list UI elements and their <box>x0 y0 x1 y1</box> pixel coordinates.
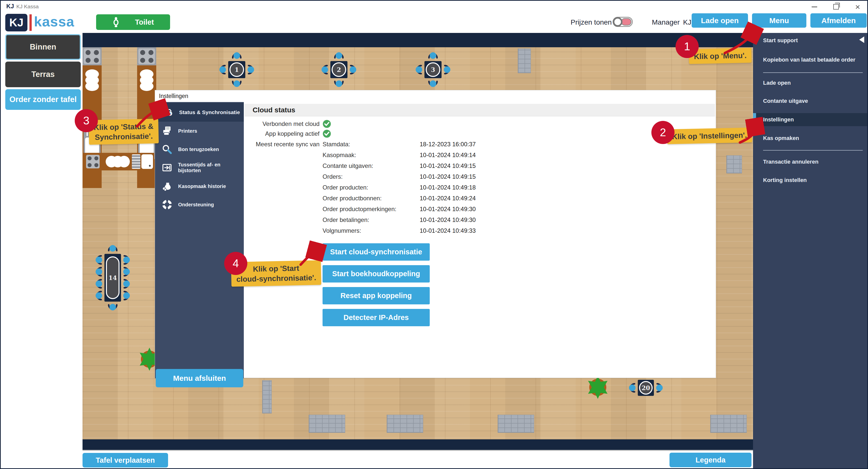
app-icon: KJ <box>6 3 14 10</box>
table-20[interactable]: 20 <box>638 380 654 396</box>
nav-item-tussentijds-af-en-bijstorten[interactable]: Tussentijds af- en bijstorten <box>155 160 244 176</box>
chair-icon <box>107 301 119 313</box>
detect-ip-button[interactable]: Detecteer IP-Adres <box>322 309 430 326</box>
chair-icon <box>231 78 243 89</box>
sync-row-label: Order betalingen: <box>322 216 418 224</box>
move-table-button[interactable]: Tafel verplaatsen <box>83 453 168 468</box>
menu-button[interactable]: Menu <box>752 13 806 28</box>
table-number: 3 <box>431 66 435 73</box>
logout-button[interactable]: Afmelden <box>810 13 867 28</box>
chair-icon <box>121 290 132 301</box>
menu-item-contante-uitgave[interactable]: Contante uitgave <box>763 98 808 104</box>
chair-icon <box>217 64 229 75</box>
nav-item-status-synchronisatie[interactable]: Status & Synchronisatie <box>155 103 244 122</box>
order-without-table-button[interactable]: Order zonder tafel <box>5 89 81 110</box>
chair-icon <box>93 278 105 290</box>
chair-icon <box>441 64 453 75</box>
table-number: 1 <box>235 66 239 73</box>
logo-name: kassa <box>34 13 74 30</box>
search-icon <box>162 144 172 154</box>
menu-item-kas-opmaken[interactable]: Kas opmaken <box>763 135 799 141</box>
open-drawer-button[interactable]: Lade open <box>692 13 748 28</box>
logo-divider <box>29 14 32 31</box>
sync-row-value: 10-01-2024 10:49:18 <box>420 184 525 191</box>
chair-icon <box>121 254 132 266</box>
nav-item-bon-terugzoeken[interactable]: Bon terugzoeken <box>155 141 244 157</box>
sync-row-value: 10-01-2024 10:49:24 <box>420 195 525 202</box>
minimize-icon <box>812 6 817 7</box>
table-2[interactable]: 2 <box>330 61 347 78</box>
close-button[interactable]: × <box>850 1 865 13</box>
menu-item-korting-instellen[interactable]: Korting instellen <box>763 177 807 183</box>
sync-row-label: Order productopmerkingen: <box>322 206 418 213</box>
sync-row-label: Stamdata: <box>322 141 418 148</box>
chair-icon <box>333 50 345 62</box>
dropdown-menu: Start support Kopiebon van laatst betaal… <box>753 33 868 469</box>
logo: KJ <box>5 14 27 31</box>
menu-item-transactie-annuleren[interactable]: Transactie annuleren <box>763 159 818 165</box>
table-number: 14 <box>108 274 117 281</box>
window-title: KJ Kassa <box>17 3 39 9</box>
callout-label-3: Klik op 'Status & Synchronisatie'. <box>89 119 159 145</box>
menu-item-start-support[interactable]: Start support <box>763 37 798 44</box>
sync-row-value: 10-01-2024 10:49:33 <box>420 227 525 234</box>
reset-app-link-button[interactable]: Reset app koppeling <box>322 287 430 304</box>
area-tab-binnen[interactable]: Binnen <box>5 34 81 60</box>
maximize-button[interactable] <box>829 1 844 13</box>
area-tab-terras[interactable]: Terras <box>5 62 81 87</box>
table-1[interactable]: 1 <box>228 61 245 78</box>
status-label: App koppeling actief <box>244 130 319 137</box>
header-bar: KJ kassa Toilet Prijzen tonen Manager KJ… <box>1 13 867 33</box>
chair-icon <box>427 78 439 89</box>
start-cloud-sync-button[interactable]: Start cloud-synchronisatie <box>322 243 430 261</box>
safe-icon <box>162 163 172 173</box>
prices-toggle[interactable] <box>613 17 633 27</box>
sync-row-label: Order producten: <box>322 184 418 191</box>
nav-item-ondersteuning[interactable]: Ondersteuning <box>155 197 244 213</box>
callout-label-1: Klik op 'Menu'. <box>689 48 751 64</box>
check-icon <box>322 129 331 138</box>
legend-button[interactable]: Legenda <box>670 453 751 467</box>
nav-item-label: Kasopmaak historie <box>178 183 226 189</box>
menu-item-instellingen[interactable]: Instellingen <box>763 116 794 123</box>
sync-row-label: Kasopmaak: <box>322 152 418 159</box>
status-label: Verbonden met cloud <box>244 121 319 127</box>
menu-item-lade-open[interactable]: Lade open <box>763 80 791 86</box>
divider <box>763 150 863 150</box>
nav-item-kasopmaak-historie[interactable]: Kasopmaak historie <box>155 178 244 194</box>
chair-icon <box>121 266 132 277</box>
maximize-icon <box>833 4 839 9</box>
chair-icon <box>93 254 105 266</box>
table-number: 20 <box>642 384 650 392</box>
callout-step-4: 4 <box>224 252 247 275</box>
divider <box>763 72 863 73</box>
collapse-icon[interactable] <box>859 36 864 43</box>
table-3[interactable]: 3 <box>425 61 441 78</box>
start-accounting-link-button[interactable]: Start boekhoudkoppeling <box>322 265 430 282</box>
settings-dialog: Instellingen Status & Synchronisatie <box>155 90 716 378</box>
callout-step-3: 3 <box>75 109 98 132</box>
chair-icon <box>231 50 243 62</box>
chair-icon <box>93 290 105 301</box>
prices-toggle-label: Prijzen tonen <box>570 18 612 26</box>
minimize-button[interactable] <box>807 1 822 13</box>
menu-close-button[interactable]: Menu afsluiten <box>156 369 243 387</box>
nav-item-label: Tussentijds af- en bijstorten <box>178 162 244 173</box>
menu-item-kopiebon[interactable]: Kopiebon van laatst betaalde order <box>763 57 856 63</box>
chair-icon <box>93 266 105 277</box>
window-titlebar: KJ KJ Kassa × <box>1 1 867 13</box>
chair-icon <box>333 78 345 89</box>
sync-row-label: Order productbonnen: <box>322 195 418 202</box>
toilet-button[interactable]: Toilet <box>96 14 170 30</box>
table-14[interactable]: 14 <box>104 254 121 302</box>
chair-icon <box>245 64 256 75</box>
sync-row-value: 10-01-2024 10:49:30 <box>420 206 525 213</box>
selected-indicator <box>753 113 756 126</box>
toilet-icon <box>112 16 120 28</box>
nav-item-label: Ondersteuning <box>178 202 214 208</box>
chair-icon <box>627 382 638 394</box>
nav-item-printers[interactable]: Printers <box>155 123 244 139</box>
sync-row-label: Volgnummers: <box>322 227 418 234</box>
sync-row-value: 10-01-2024 10:49:15 <box>420 162 525 169</box>
sync-prefix-label: Meest recente sync van <box>236 141 319 148</box>
